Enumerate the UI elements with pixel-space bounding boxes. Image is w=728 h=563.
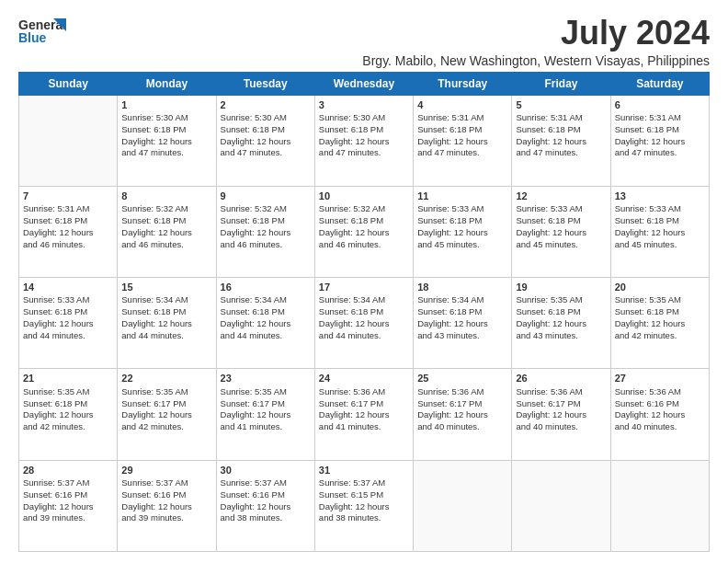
day-number: 28 bbox=[23, 464, 113, 477]
table-row: 8Sunrise: 5:32 AMSunset: 6:18 PMDaylight… bbox=[118, 186, 216, 277]
day-number: 18 bbox=[417, 281, 507, 293]
table-row: 19Sunrise: 5:35 AMSunset: 6:18 PMDayligh… bbox=[512, 278, 610, 369]
day-info: Sunrise: 5:31 AMSunset: 6:18 PMDaylight:… bbox=[615, 112, 705, 159]
table-row: 31Sunrise: 5:37 AMSunset: 6:15 PMDayligh… bbox=[314, 460, 413, 551]
table-row: 23Sunrise: 5:35 AMSunset: 6:17 PMDayligh… bbox=[216, 369, 314, 460]
table-row: 7Sunrise: 5:31 AMSunset: 6:18 PMDaylight… bbox=[19, 186, 118, 277]
calendar-week-row: 1Sunrise: 5:30 AMSunset: 6:18 PMDaylight… bbox=[19, 95, 710, 186]
table-row: 15Sunrise: 5:34 AMSunset: 6:18 PMDayligh… bbox=[118, 278, 216, 369]
table-row: 20Sunrise: 5:35 AMSunset: 6:18 PMDayligh… bbox=[610, 278, 709, 369]
table-row: 29Sunrise: 5:37 AMSunset: 6:16 PMDayligh… bbox=[118, 460, 216, 551]
day-info: Sunrise: 5:30 AMSunset: 6:18 PMDaylight:… bbox=[121, 112, 211, 159]
calendar-week-row: 21Sunrise: 5:35 AMSunset: 6:18 PMDayligh… bbox=[19, 369, 710, 460]
calendar-week-row: 7Sunrise: 5:31 AMSunset: 6:18 PMDaylight… bbox=[19, 186, 710, 277]
day-number: 4 bbox=[417, 98, 507, 111]
day-number: 21 bbox=[23, 372, 113, 385]
main-title: July 2024 bbox=[362, 15, 710, 52]
day-info: Sunrise: 5:35 AMSunset: 6:18 PMDaylight:… bbox=[615, 294, 705, 341]
day-number: 26 bbox=[516, 372, 606, 385]
day-number: 15 bbox=[121, 281, 211, 293]
day-info: Sunrise: 5:31 AMSunset: 6:18 PMDaylight:… bbox=[417, 112, 507, 159]
day-info: Sunrise: 5:30 AMSunset: 6:18 PMDaylight:… bbox=[221, 112, 311, 159]
day-info: Sunrise: 5:36 AMSunset: 6:17 PMDaylight:… bbox=[516, 386, 606, 433]
table-row: 1Sunrise: 5:30 AMSunset: 6:18 PMDaylight… bbox=[118, 95, 216, 186]
day-info: Sunrise: 5:34 AMSunset: 6:18 PMDaylight:… bbox=[417, 294, 507, 341]
day-info: Sunrise: 5:37 AMSunset: 6:16 PMDaylight:… bbox=[221, 477, 311, 524]
page: General Blue July 2024 Brgy. Mabilo, New… bbox=[0, 0, 728, 563]
table-row: 30Sunrise: 5:37 AMSunset: 6:16 PMDayligh… bbox=[216, 460, 314, 551]
day-info: Sunrise: 5:35 AMSunset: 6:17 PMDaylight:… bbox=[221, 386, 311, 433]
table-row: 11Sunrise: 5:33 AMSunset: 6:18 PMDayligh… bbox=[414, 186, 512, 277]
day-number: 23 bbox=[221, 372, 311, 385]
table-row: 26Sunrise: 5:36 AMSunset: 6:17 PMDayligh… bbox=[512, 369, 610, 460]
day-number: 9 bbox=[221, 190, 311, 202]
day-info: Sunrise: 5:32 AMSunset: 6:18 PMDaylight:… bbox=[221, 203, 311, 250]
table-row: 12Sunrise: 5:33 AMSunset: 6:18 PMDayligh… bbox=[512, 186, 610, 277]
col-tuesday: Tuesday bbox=[216, 72, 314, 95]
day-number: 20 bbox=[615, 281, 705, 293]
svg-text:Blue: Blue bbox=[18, 30, 47, 45]
table-row: 16Sunrise: 5:34 AMSunset: 6:18 PMDayligh… bbox=[216, 278, 314, 369]
day-info: Sunrise: 5:34 AMSunset: 6:18 PMDaylight:… bbox=[319, 294, 409, 341]
table-row bbox=[414, 460, 512, 551]
col-saturday: Saturday bbox=[610, 72, 709, 95]
day-info: Sunrise: 5:30 AMSunset: 6:18 PMDaylight:… bbox=[319, 112, 409, 159]
subtitle: Brgy. Mabilo, New Washington, Western Vi… bbox=[362, 53, 710, 68]
day-number: 12 bbox=[516, 190, 606, 202]
title-section: July 2024 Brgy. Mabilo, New Washington, … bbox=[362, 15, 710, 68]
day-info: Sunrise: 5:33 AMSunset: 6:18 PMDaylight:… bbox=[23, 294, 113, 341]
day-number: 19 bbox=[516, 281, 606, 293]
day-number: 6 bbox=[615, 98, 705, 111]
day-info: Sunrise: 5:35 AMSunset: 6:17 PMDaylight:… bbox=[121, 386, 211, 433]
header: General Blue July 2024 Brgy. Mabilo, New… bbox=[18, 15, 710, 68]
day-info: Sunrise: 5:33 AMSunset: 6:18 PMDaylight:… bbox=[615, 203, 705, 250]
day-number: 11 bbox=[417, 190, 507, 202]
table-row: 27Sunrise: 5:36 AMSunset: 6:16 PMDayligh… bbox=[610, 369, 709, 460]
day-info: Sunrise: 5:32 AMSunset: 6:18 PMDaylight:… bbox=[319, 203, 409, 250]
day-info: Sunrise: 5:33 AMSunset: 6:18 PMDaylight:… bbox=[417, 203, 507, 250]
day-number: 5 bbox=[516, 98, 606, 111]
table-row bbox=[512, 460, 610, 551]
day-info: Sunrise: 5:36 AMSunset: 6:17 PMDaylight:… bbox=[417, 386, 507, 433]
table-row: 10Sunrise: 5:32 AMSunset: 6:18 PMDayligh… bbox=[314, 186, 413, 277]
day-number: 10 bbox=[319, 190, 409, 202]
table-row: 3Sunrise: 5:30 AMSunset: 6:18 PMDaylight… bbox=[314, 95, 413, 186]
day-number: 31 bbox=[319, 464, 409, 477]
col-wednesday: Wednesday bbox=[314, 72, 413, 95]
table-row: 5Sunrise: 5:31 AMSunset: 6:18 PMDaylight… bbox=[512, 95, 610, 186]
table-row: 9Sunrise: 5:32 AMSunset: 6:18 PMDaylight… bbox=[216, 186, 314, 277]
day-number: 22 bbox=[121, 372, 211, 385]
logo-icon: General Blue bbox=[18, 15, 66, 50]
day-info: Sunrise: 5:32 AMSunset: 6:18 PMDaylight:… bbox=[121, 203, 211, 250]
day-info: Sunrise: 5:37 AMSunset: 6:16 PMDaylight:… bbox=[23, 477, 113, 524]
col-sunday: Sunday bbox=[19, 72, 118, 95]
table-row: 18Sunrise: 5:34 AMSunset: 6:18 PMDayligh… bbox=[414, 278, 512, 369]
day-number: 30 bbox=[221, 464, 311, 477]
table-row: 4Sunrise: 5:31 AMSunset: 6:18 PMDaylight… bbox=[414, 95, 512, 186]
day-number: 7 bbox=[23, 190, 113, 202]
table-row: 14Sunrise: 5:33 AMSunset: 6:18 PMDayligh… bbox=[19, 278, 118, 369]
day-info: Sunrise: 5:35 AMSunset: 6:18 PMDaylight:… bbox=[23, 386, 113, 433]
day-number: 13 bbox=[615, 190, 705, 202]
col-thursday: Thursday bbox=[414, 72, 512, 95]
day-number: 3 bbox=[319, 98, 409, 111]
table-row: 22Sunrise: 5:35 AMSunset: 6:17 PMDayligh… bbox=[118, 369, 216, 460]
day-number: 29 bbox=[121, 464, 211, 477]
table-row: 24Sunrise: 5:36 AMSunset: 6:17 PMDayligh… bbox=[314, 369, 413, 460]
day-info: Sunrise: 5:34 AMSunset: 6:18 PMDaylight:… bbox=[221, 294, 311, 341]
table-row: 21Sunrise: 5:35 AMSunset: 6:18 PMDayligh… bbox=[19, 369, 118, 460]
calendar-table: Sunday Monday Tuesday Wednesday Thursday… bbox=[18, 72, 710, 552]
table-row: 17Sunrise: 5:34 AMSunset: 6:18 PMDayligh… bbox=[314, 278, 413, 369]
day-info: Sunrise: 5:31 AMSunset: 6:18 PMDaylight:… bbox=[516, 112, 606, 159]
day-number: 1 bbox=[121, 98, 211, 111]
table-row: 6Sunrise: 5:31 AMSunset: 6:18 PMDaylight… bbox=[610, 95, 709, 186]
calendar-week-row: 28Sunrise: 5:37 AMSunset: 6:16 PMDayligh… bbox=[19, 460, 710, 551]
day-info: Sunrise: 5:33 AMSunset: 6:18 PMDaylight:… bbox=[516, 203, 606, 250]
col-friday: Friday bbox=[512, 72, 610, 95]
table-row bbox=[19, 95, 118, 186]
table-row: 13Sunrise: 5:33 AMSunset: 6:18 PMDayligh… bbox=[610, 186, 709, 277]
day-number: 8 bbox=[121, 190, 211, 202]
table-row: 28Sunrise: 5:37 AMSunset: 6:16 PMDayligh… bbox=[19, 460, 118, 551]
day-info: Sunrise: 5:37 AMSunset: 6:15 PMDaylight:… bbox=[319, 477, 409, 524]
logo: General Blue bbox=[18, 15, 66, 50]
